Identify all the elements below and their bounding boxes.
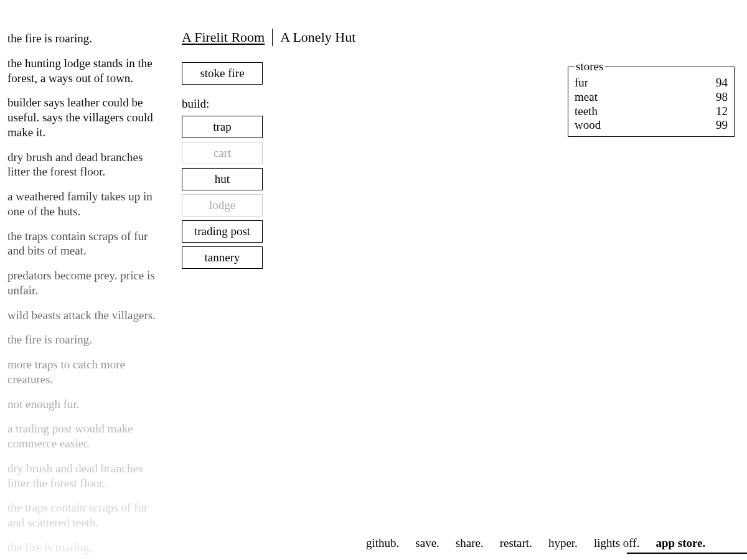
store-row-fur: fur 94 [575, 76, 728, 90]
log-entry: the traps contain scraps of fur and scat… [7, 500, 166, 530]
log-entry: builder says leather could be useful. sa… [7, 95, 166, 139]
log-entry: the traps contain scraps of fur and bits… [7, 229, 166, 259]
tab-firelit-room[interactable]: A Firelit Room [182, 29, 265, 45]
stores-panel: stores fur 94 meat 98 teeth 12 wood 99 [568, 60, 735, 137]
footer-hyper[interactable]: hyper. [548, 536, 578, 550]
event-log: the fire is roaring. the hunting lodge s… [7, 31, 166, 560]
log-entry: the fire is roaring. [7, 31, 166, 46]
store-value: 12 [716, 105, 728, 119]
store-row-teeth: teeth 12 [575, 105, 728, 119]
stoke-fire-button[interactable]: stoke fire [182, 62, 263, 85]
location-tabs: A Firelit Room A Lonely Hut [182, 29, 355, 46]
store-row-wood: wood 99 [575, 118, 728, 133]
action-panel: stoke fire build: trap cart hut lodge tr… [182, 62, 269, 273]
footer-share[interactable]: share. [456, 536, 484, 550]
stores-title: stores [575, 60, 604, 73]
build-lodge-button: lodge [182, 194, 263, 217]
log-entry: more traps to catch more creatures. [7, 357, 166, 387]
store-name: wood [575, 118, 601, 133]
log-entry: not enough fur. [7, 397, 166, 412]
footer-save[interactable]: save. [415, 536, 439, 550]
footer-github[interactable]: github. [366, 536, 399, 550]
log-entry: a weathered family takes up in one of th… [7, 189, 166, 219]
log-entry: wild beasts attack the villagers. [7, 308, 166, 323]
build-label: build: [182, 97, 269, 111]
build-tannery-button[interactable]: tannery [182, 246, 263, 269]
tab-lonely-hut[interactable]: A Lonely Hut [280, 29, 355, 45]
log-entry: the hunting lodge stands in the forest, … [7, 56, 166, 86]
log-entry: dry brush and dead branches litter the f… [7, 461, 166, 491]
build-trading-post-button[interactable]: trading post [182, 220, 263, 243]
store-name: fur [575, 76, 588, 90]
log-entry: dry brush and dead branches litter the f… [7, 150, 166, 180]
footer-restart[interactable]: restart. [500, 536, 532, 550]
store-value: 99 [716, 118, 728, 133]
store-value: 98 [716, 90, 728, 105]
log-entry: predators become prey. price is unfair. [7, 268, 166, 298]
log-entry: the fire is roaring. [7, 332, 166, 347]
tab-separator [272, 29, 273, 46]
store-name: teeth [575, 105, 598, 119]
stores-fieldset: stores fur 94 meat 98 teeth 12 wood 99 [568, 60, 735, 137]
log-entry: the fire is roaring. [7, 540, 166, 555]
store-name: meat [575, 90, 598, 105]
log-entry: a trading post would make commerce easie… [7, 421, 166, 451]
store-row-meat: meat 98 [575, 90, 728, 105]
build-cart-button: cart [182, 142, 263, 164]
store-value: 94 [716, 76, 728, 90]
footer-links: github. save. share. restart. hyper. lig… [366, 536, 705, 550]
build-hut-button[interactable]: hut [182, 168, 263, 190]
footer-lights-off[interactable]: lights off. [594, 536, 640, 550]
build-trap-button[interactable]: trap [182, 116, 263, 138]
footer-app-store[interactable]: app store. [655, 536, 705, 550]
